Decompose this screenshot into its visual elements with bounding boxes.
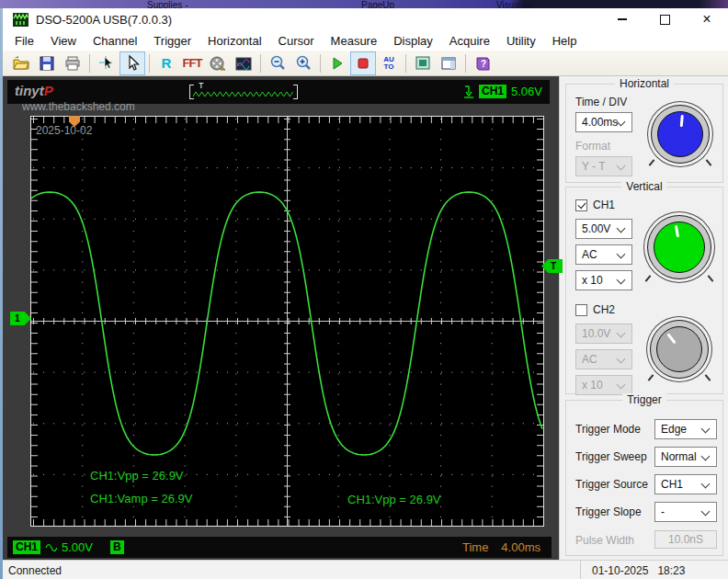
svg-text:?: ?	[481, 59, 486, 69]
background-text: Visualize	[496, 0, 533, 8]
menu-cursor[interactable]: Cursor	[270, 32, 323, 50]
auto-set-button[interactable]: AUTO	[376, 51, 402, 75]
help-button[interactable]: ?	[470, 51, 495, 75]
trigger-mode-label: Trigger Mode	[575, 423, 641, 436]
trigger-sweep-select[interactable]: Normal	[654, 447, 717, 467]
preview-waveform	[192, 86, 295, 99]
connection-status: Connected	[8, 564, 62, 577]
toolbar-separator	[260, 54, 261, 73]
format-label: Format	[575, 140, 610, 153]
trigger-source-row: Trigger Source CH1	[566, 474, 722, 494]
trigger-level-marker[interactable]: T	[541, 259, 563, 273]
horizontal-group: Horizontal Time / DIV 4.00ms Format Y - …	[565, 84, 723, 183]
vertical-group: Vertical CH1 5.00V AC x 10	[565, 187, 723, 394]
ch1-checkbox-row[interactable]: CH1	[575, 199, 615, 211]
trigger-mode-row: Trigger Mode Edge	[566, 419, 722, 439]
refresh-button[interactable]: R	[154, 51, 179, 75]
fft-button[interactable]: FFT	[179, 51, 205, 75]
close-button[interactable]: ×	[686, 8, 728, 30]
ch2-probe-select: x 10	[575, 375, 632, 395]
scope-panel: tinytP T CH1 5.06V	[3, 76, 559, 560]
ch1-checkbox[interactable]	[575, 199, 587, 211]
ch2-checkbox[interactable]	[575, 304, 587, 316]
stop-button[interactable]	[350, 51, 376, 75]
bandwidth-badge: B	[110, 540, 124, 554]
trigger-sweep-row: Trigger Sweep Normal	[566, 447, 722, 467]
menu-measure[interactable]: Measure	[323, 32, 386, 50]
ch1-ground-marker[interactable]: 1	[10, 312, 31, 325]
readout-voltage: 5.06V	[511, 85, 542, 98]
main-area: tinytP T CH1 5.06V	[3, 76, 728, 560]
ch1-coupling-select[interactable]: AC	[575, 244, 632, 265]
trigger-source-select[interactable]: CH1	[654, 474, 717, 494]
start-button[interactable]	[324, 51, 350, 75]
ch2-position-knob	[650, 320, 709, 379]
status-bar: Connected 01-10-2025 18:23	[3, 560, 728, 579]
ch1-probe-select[interactable]: x 10	[575, 270, 632, 290]
app-icon	[13, 13, 28, 27]
zoom-in-button[interactable]	[290, 51, 316, 75]
menu-utility[interactable]: Utility	[498, 32, 544, 50]
window-layout-button[interactable]	[436, 51, 461, 75]
cursor-measure-button[interactable]	[94, 51, 119, 75]
ch2-label: CH2	[593, 303, 615, 316]
open-file-button[interactable]	[8, 51, 34, 75]
menu-channel[interactable]: Channel	[85, 32, 145, 50]
title-bar[interactable]: DSO-5200A USB(7.0.0.3) ×	[3, 8, 728, 30]
background-text: Supplies -	[147, 0, 188, 8]
status-date: 01-10-2025	[592, 564, 648, 577]
ch2-checkbox-row[interactable]: CH2	[575, 303, 615, 316]
readout-channel-badge: CH1	[479, 85, 506, 98]
ch2-coupling-select: AC	[575, 349, 632, 369]
scope-display[interactable]: 2025-10-02 CH1:Vpp = 26.9V CH1:Vamp = 26…	[30, 116, 544, 527]
minimize-button[interactable]	[601, 8, 643, 30]
pulse-width-label: Pulse Width	[575, 534, 634, 547]
maximize-button[interactable]	[643, 8, 686, 30]
trigger-group: Trigger Trigger Mode Edge Trigger Sweep …	[565, 400, 723, 556]
trigger-slope-select[interactable]: -	[654, 502, 717, 522]
brand-logo: tinytP	[15, 83, 53, 98]
full-screen-button[interactable]	[410, 51, 436, 75]
window-controls: ×	[601, 8, 728, 30]
time-div-select[interactable]: 4.00ms	[575, 112, 632, 132]
menu-horizontal[interactable]: Horizontal	[199, 32, 270, 50]
ch1-volts-select[interactable]: 5.00V	[575, 219, 632, 239]
horizontal-knob[interactable]	[651, 105, 710, 164]
trigger-group-title: Trigger	[622, 393, 666, 406]
menu-acquire[interactable]: Acquire	[441, 32, 498, 50]
desktop: Supplies - PageUp Visualize DSO-5200A US…	[0, 0, 728, 579]
trigger-mode-select[interactable]: Edge	[654, 419, 717, 439]
ac-coupling-icon	[45, 542, 57, 552]
scope-bottom-bar: CH1 5.00V B Time 4.00ms	[7, 537, 552, 558]
horizontal-group-title: Horizontal	[615, 77, 674, 90]
format-select: Y - T	[575, 156, 632, 176]
measurement-vamp: CH1:Vamp = 26.9V	[90, 492, 192, 505]
menu-view[interactable]: View	[42, 32, 85, 50]
pulse-width-row: Pulse Width 10.0nS	[566, 530, 722, 551]
menu-help[interactable]: Help	[544, 32, 586, 50]
time-per-div-value: 4.00ms	[501, 540, 540, 554]
background-window-strip: Supplies - PageUp Visualize	[0, 0, 728, 8]
trigger-slope-label: Trigger Slope	[575, 505, 642, 518]
trigger-readout: CH1 5.06V	[463, 84, 542, 99]
time-label: Time	[462, 540, 488, 554]
menu-file[interactable]: File	[6, 32, 42, 50]
menu-display[interactable]: Display	[385, 32, 441, 50]
cursor-select-button[interactable]	[119, 51, 145, 75]
window-title: DSO-5200A USB(7.0.0.3)	[36, 13, 172, 27]
buffer-preview[interactable]: T	[189, 83, 298, 101]
measurement-vpp-2: CH1:Vpp = 26.9V	[347, 493, 441, 506]
zoom-out-button[interactable]	[265, 51, 290, 75]
save-button[interactable]	[34, 51, 60, 75]
trigger-slope-row: Trigger Slope -	[566, 502, 722, 522]
menu-trigger[interactable]: Trigger	[145, 32, 199, 50]
menu-bar: File View Channel Trigger Horizontal Cur…	[3, 30, 728, 51]
toolbar-separator	[149, 54, 150, 73]
time-div-label: Time / DIV	[575, 96, 627, 108]
print-button[interactable]	[60, 51, 85, 75]
app-window: DSO-5200A USB(7.0.0.3) × File View Chann…	[3, 8, 728, 579]
ch1-position-knob[interactable]	[647, 215, 711, 279]
record-button[interactable]	[205, 51, 231, 75]
waveform-plot	[31, 117, 543, 526]
snapshot-button[interactable]	[231, 51, 256, 75]
